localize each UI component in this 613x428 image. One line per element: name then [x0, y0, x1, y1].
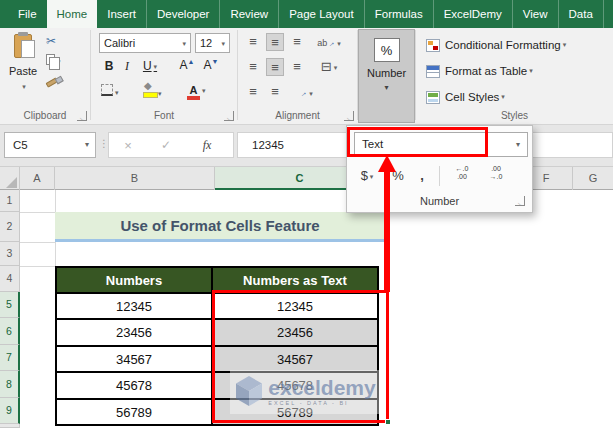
top-align-button[interactable]: ≡ — [244, 33, 262, 51]
tab-view[interactable]: View — [512, 0, 558, 28]
fill-color-button[interactable] — [143, 84, 162, 100]
conditional-formatting-button[interactable]: Conditional Formatting — [426, 35, 566, 55]
bold-button[interactable]: B — [103, 59, 115, 73]
cell-c6-selected[interactable]: 23456 — [212, 319, 378, 346]
accounting-format-button[interactable]: $ — [357, 164, 377, 188]
sheet-title-cell[interactable]: Use of Format Cells Feature — [55, 212, 385, 242]
tab-formulas[interactable]: Formulas — [364, 0, 433, 28]
cell-b5[interactable]: 12345 — [56, 293, 212, 319]
tab-page-layout[interactable]: Page Layout — [278, 0, 364, 28]
tab-home[interactable]: Home — [47, 0, 98, 28]
tab-data[interactable]: Data — [558, 0, 603, 28]
gridline — [20, 242, 55, 243]
column-header-a[interactable]: A — [20, 167, 55, 190]
tab-insert[interactable]: Insert — [97, 0, 146, 28]
font-name-combo[interactable]: Calibri — [99, 33, 191, 53]
row-header-9[interactable]: 9 — [0, 398, 20, 424]
column-header-b[interactable]: B — [55, 167, 215, 190]
cut-button[interactable]: ✂ — [46, 34, 84, 54]
enter-button[interactable]: ✓ — [147, 138, 185, 152]
row-header-3[interactable]: 3 — [0, 242, 20, 266]
exceldemy-watermark: exceldemy EXCEL - DATA - BI — [230, 370, 382, 414]
table-row: 23456 23456 — [56, 319, 378, 346]
middle-align-button[interactable]: ≡ — [266, 33, 284, 51]
borders-button[interactable] — [101, 84, 119, 99]
spreadsheet-grid: 1 2 3 4 5 6 7 8 9 Use of Format Cells Fe… — [0, 190, 613, 428]
cell-b6[interactable]: 23456 — [56, 319, 212, 346]
cell-styles-button[interactable]: Cell Styles — [426, 87, 505, 107]
grow-font-button[interactable]: A — [179, 58, 195, 72]
exceldemy-tagline: EXCEL - DATA - BI — [268, 400, 375, 406]
paste-button[interactable]: Paste — [6, 32, 40, 110]
font-size-combo[interactable]: 12 — [195, 33, 230, 53]
clipboard-group: Paste ✂ Clipboard — [0, 28, 90, 124]
tab-help[interactable]: Help — [603, 0, 613, 28]
copy-button[interactable] — [46, 54, 84, 74]
row-header-7[interactable]: 7 — [0, 345, 20, 371]
number-format-dropdown[interactable]: Text ▾ — [354, 132, 528, 157]
insert-function-button[interactable]: fx — [185, 138, 229, 153]
panel-separator — [439, 166, 440, 186]
wrap-text-button[interactable]: → — [294, 85, 318, 103]
align-right-button[interactable]: ≡ — [288, 58, 306, 76]
bottom-align-button[interactable]: ≡ — [288, 33, 306, 51]
font-dialog-launcher-icon[interactable] — [224, 111, 234, 121]
cell-b8[interactable]: 45678 — [56, 372, 212, 399]
align-left-button[interactable]: ≡ — [244, 58, 262, 76]
tab-exceldemy[interactable]: ExcelDemy — [433, 0, 512, 28]
annotation-arrow-line — [384, 170, 390, 292]
comma-style-button[interactable]: , — [415, 164, 429, 188]
alignment-dialog-launcher-icon[interactable] — [344, 111, 354, 121]
paste-icon — [14, 34, 32, 58]
row-header-4[interactable]: 4 — [0, 266, 20, 292]
cell-c7-selected[interactable]: 34567 — [212, 346, 378, 372]
format-painter-button[interactable] — [46, 74, 84, 94]
cancel-button[interactable]: × — [109, 138, 147, 153]
copy-icon — [46, 54, 55, 65]
orientation-button[interactable]: ab→ — [316, 35, 342, 53]
center-button[interactable]: ≡ — [266, 58, 284, 76]
tab-developer[interactable]: Developer — [146, 0, 219, 28]
name-box[interactable]: C5 ▾ — [4, 132, 96, 158]
row-header-6[interactable]: 6 — [0, 318, 20, 345]
row-header-1[interactable]: 1 — [0, 190, 20, 212]
column-header-g[interactable]: G — [573, 167, 613, 190]
percent-icon: % — [374, 38, 400, 62]
number-panel-group-label: Number — [347, 195, 532, 207]
italic-button[interactable]: I — [121, 59, 133, 74]
underline-button[interactable]: U — [139, 59, 161, 73]
fill-handle[interactable] — [385, 419, 391, 425]
table-header-numbers-as-text[interactable]: Numbers as Text — [212, 267, 378, 293]
row-header-10[interactable] — [0, 424, 20, 428]
format-as-table-button[interactable]: Format as Table — [426, 61, 533, 81]
decrease-indent-button[interactable]: ≡ — [244, 83, 262, 101]
row-header-5[interactable]: 5 — [0, 292, 20, 318]
select-all-button[interactable] — [0, 167, 20, 190]
number-button-label: Number — [359, 67, 414, 79]
increase-decimal-button[interactable]: ←.0 .00 — [449, 165, 475, 181]
number-format-panel: Text ▾ $ % , ←.0 .00 .00 →.0 Number — [346, 125, 533, 213]
table-header-numbers[interactable]: Numbers — [56, 267, 212, 293]
font-size-value: 12 — [200, 37, 219, 49]
ribbon-tab-bar: File Home Insert Developer Review Page L… — [0, 0, 613, 28]
exceldemy-brand-text: exceldemy — [268, 378, 375, 398]
row-header-8[interactable]: 8 — [0, 371, 20, 398]
cell-c5-active[interactable]: 12345 — [212, 293, 378, 319]
tab-file[interactable]: File — [8, 0, 47, 28]
clipboard-dialog-launcher-icon[interactable] — [77, 111, 87, 121]
font-color-button[interactable]: A — [187, 83, 206, 98]
font-group: Calibri 12 B I U A A A Font — [91, 28, 237, 124]
font-color-icon: A — [187, 84, 200, 98]
cell-b7[interactable]: 34567 — [56, 346, 212, 372]
row-header-2[interactable]: 2 — [0, 212, 20, 242]
tab-review[interactable]: Review — [219, 0, 278, 28]
cell-b9[interactable]: 56789 — [56, 399, 212, 425]
number-dialog-launcher-icon[interactable] — [515, 196, 525, 206]
increase-indent-button[interactable]: ≡ — [266, 83, 284, 101]
borders-icon — [101, 84, 113, 96]
merge-center-button[interactable]: ⊟ — [316, 58, 342, 76]
number-group-button[interactable]: % Number ▾ — [358, 29, 415, 123]
styles-group-label: Styles — [416, 110, 613, 121]
shrink-font-button[interactable]: A — [203, 58, 219, 72]
decrease-decimal-button[interactable]: .00 →.0 — [483, 165, 509, 181]
